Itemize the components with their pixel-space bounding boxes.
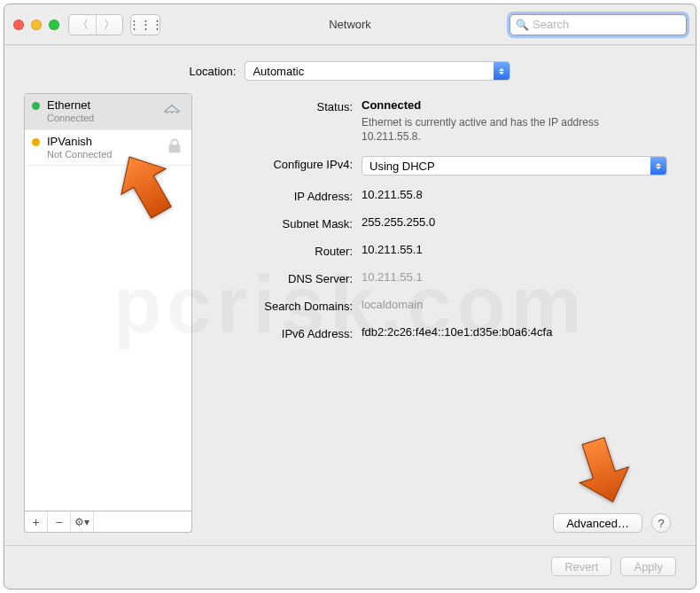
- svg-point-1: [166, 112, 167, 113]
- service-text: Ethernet Connected: [47, 99, 94, 124]
- location-dropdown[interactable]: Automatic: [245, 61, 510, 81]
- row-search-domains: Search Domains: localdomain: [206, 298, 667, 313]
- ip-address-value: 10.211.55.8: [362, 188, 667, 201]
- search-domains-label: Search Domains:: [206, 298, 362, 313]
- search-icon: 🔍: [516, 19, 529, 31]
- revert-button[interactable]: Revert: [551, 557, 611, 576]
- configure-value: Using DHCP: [369, 160, 650, 173]
- titlebar: 〈 〉 ⋮⋮⋮ Network 🔍: [4, 4, 696, 45]
- svg-point-3: [176, 112, 178, 113]
- advanced-button[interactable]: Advanced…: [553, 513, 642, 533]
- window-controls: [13, 20, 59, 30]
- minimize-window-button[interactable]: [31, 20, 42, 30]
- ethernet-icon: [159, 101, 184, 122]
- annotation-arrow-advanced: [572, 434, 634, 508]
- dns-server-label: DNS Server:: [206, 270, 362, 285]
- apply-button[interactable]: Apply: [620, 557, 676, 576]
- service-status: Connected: [47, 113, 94, 124]
- subnet-mask-value: 255.255.255.0: [362, 215, 667, 229]
- search-domains-value: localdomain: [362, 298, 667, 311]
- router-label: Router:: [206, 243, 362, 258]
- row-configure: Configure IPv4: Using DHCP: [206, 156, 667, 176]
- row-ipv6-address: IPv6 Address: fdb2:2c26:f4e4::10e1:d35e:…: [206, 325, 667, 340]
- svg-point-2: [171, 112, 173, 113]
- search-field-container[interactable]: 🔍: [509, 14, 687, 35]
- row-status: Status: Connected Ethernet is currently …: [206, 98, 667, 144]
- add-service-button[interactable]: +: [25, 511, 48, 532]
- dns-server-value: 10.211.55.1: [362, 270, 667, 284]
- status-description: Ethernet is currently active and has the…: [362, 115, 618, 144]
- service-actions-menu[interactable]: ⚙︎▾: [71, 511, 94, 532]
- router-value: 10.211.55.1: [362, 243, 667, 256]
- back-button[interactable]: 〈: [69, 15, 96, 35]
- footer: Revert Apply: [4, 545, 696, 589]
- subnet-mask-label: Subnet Mask:: [206, 215, 362, 230]
- chevron-updown-icon: [494, 62, 509, 80]
- forward-button[interactable]: 〉: [96, 15, 122, 35]
- row-ip-address: IP Address: 10.211.55.8: [206, 188, 667, 203]
- ipv6-address-label: IPv6 Address:: [206, 325, 362, 340]
- zoom-window-button[interactable]: [49, 20, 59, 30]
- show-all-prefs-button[interactable]: ⋮⋮⋮: [130, 14, 160, 35]
- ipv6-address-value: fdb2:2c26:f4e4::10e1:d35e:b0a6:4cfa: [362, 325, 667, 339]
- row-router: Router: 10.211.55.1: [206, 243, 667, 258]
- service-name: Ethernet: [47, 99, 94, 113]
- status-dot-connected-icon: [32, 102, 40, 110]
- gear-icon: ⚙︎▾: [74, 516, 89, 528]
- service-text: IPVanish Not Connected: [47, 136, 112, 160]
- status-label: Status:: [206, 98, 362, 113]
- sidebar-footer: + − ⚙︎▾: [24, 511, 192, 533]
- chevron-updown-icon: [650, 157, 666, 175]
- row-dns-server: DNS Server: 10.211.55.1: [206, 270, 667, 285]
- nav-back-forward: 〈 〉: [68, 14, 123, 35]
- help-button[interactable]: ?: [651, 513, 671, 533]
- configure-label: Configure IPv4:: [206, 156, 362, 171]
- location-row: Location: Automatic: [4, 45, 696, 93]
- form: Status: Connected Ethernet is currently …: [206, 93, 676, 353]
- grid-icon: ⋮⋮⋮: [128, 18, 163, 31]
- remove-service-button[interactable]: −: [48, 511, 71, 532]
- annotation-arrow-ethernet: [115, 151, 177, 224]
- status-dot-not-connected-icon: [32, 138, 40, 146]
- panel-buttons: Advanced… ?: [206, 506, 676, 533]
- status-value-block: Connected Ethernet is currently active a…: [362, 98, 667, 144]
- service-name: IPVanish: [47, 136, 112, 149]
- service-item-ethernet[interactable]: Ethernet Connected: [25, 94, 191, 130]
- ip-address-label: IP Address:: [206, 188, 362, 203]
- close-window-button[interactable]: [13, 20, 24, 30]
- service-status: Not Connected: [47, 149, 112, 160]
- location-label: Location:: [190, 65, 237, 78]
- location-value: Automatic: [253, 65, 494, 78]
- svg-point-0: [171, 105, 173, 106]
- status-value: Connected: [362, 98, 421, 112]
- search-input[interactable]: [533, 18, 681, 31]
- configure-ipv4-dropdown[interactable]: Using DHCP: [362, 156, 667, 176]
- row-subnet-mask: Subnet Mask: 255.255.255.0: [206, 215, 667, 230]
